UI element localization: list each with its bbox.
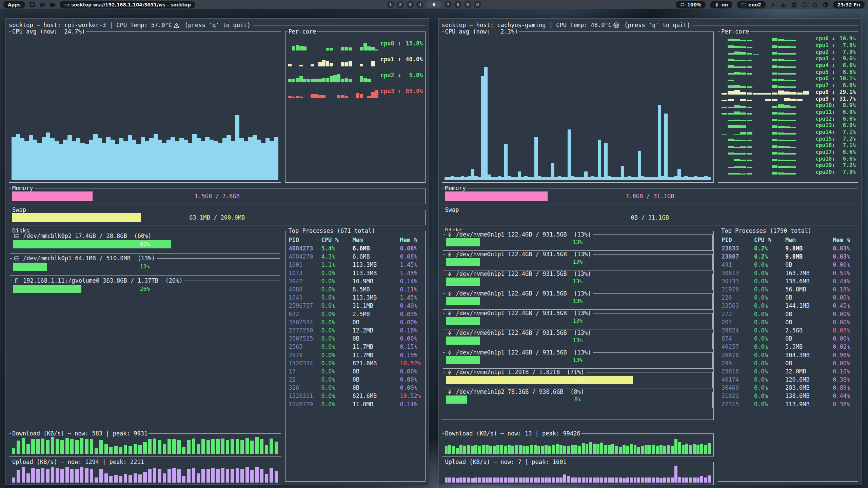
trend-arrow-icon: ↓ xyxy=(832,82,835,88)
disk-icon xyxy=(14,256,20,261)
process-mem: 0B xyxy=(785,319,833,326)
disk-device: /dev/mmcblk0p1 xyxy=(23,255,72,262)
process-row: 491 0.0% 0B 0.00% xyxy=(722,261,856,269)
disk-entry-title: /dev/nvme0n1p1 122.4GB / 931.5GB (13%) xyxy=(445,290,593,297)
core-sparkline xyxy=(722,56,809,61)
process-mem-percent: 0.14% xyxy=(400,401,423,408)
trend-arrow-icon: ↓ xyxy=(832,129,835,135)
workspace-button[interactable]: 4 xyxy=(416,1,423,8)
process-cpu: 0.0% xyxy=(321,392,353,399)
process-row: 299 0.0% 0B 0.00% xyxy=(722,359,856,367)
disk-usage-percent: 13% xyxy=(10,263,280,270)
process-row: 26876 0.0% 304.3MB 0.96% xyxy=(722,351,856,359)
workspace-button[interactable]: 1 xyxy=(387,1,394,8)
core-sparkline xyxy=(722,149,809,155)
process-mem: 56.8MB xyxy=(785,286,833,293)
process-row: 2565 0.0% 11.7MB 0.15% xyxy=(289,343,423,351)
disk-usage-percent: 13% xyxy=(443,318,713,324)
process-mem: 821.6MB xyxy=(353,392,400,399)
disk-device: /dev/nvme2n1p1 xyxy=(456,369,505,375)
workspace-button[interactable]: 2 xyxy=(397,1,404,8)
network-pill[interactable]: eno2 xyxy=(737,1,765,8)
trend-arrow-icon: ↓ xyxy=(832,35,835,42)
disk-usage-percent: 26% xyxy=(10,286,280,292)
process-mem: 0B xyxy=(785,294,833,301)
core-row: cpu9↑31.7% xyxy=(720,95,856,102)
process-row: 39824 0.0% 2.5GB 8.08% xyxy=(722,326,856,334)
clock-pill[interactable]: 23:32 Fri xyxy=(833,1,865,8)
core-row: cpu3↑85.0% xyxy=(288,83,423,99)
swap-panel: Swap 63.1MB / 200.0MB xyxy=(9,210,426,225)
apps-button[interactable]: Apps xyxy=(3,1,25,8)
workspace-button[interactable]: 3 xyxy=(407,1,414,8)
process-mem: 32.0MB xyxy=(785,368,833,375)
disk-entry-title: /dev/nvme0n1p1 122.4GB / 931.5GB (13%) xyxy=(445,329,593,336)
process-cpu: 0.0% xyxy=(321,302,353,309)
folder-icon[interactable] xyxy=(50,2,56,8)
mail-icon[interactable] xyxy=(39,2,45,8)
disk-capacity: 17.4GB / 28.8GB (60%) xyxy=(75,232,151,239)
bell-icon[interactable] xyxy=(802,2,808,8)
process-pid: 2579 xyxy=(289,352,321,359)
core-sparkline xyxy=(288,68,378,82)
process-mem-percent: 0.08% xyxy=(400,245,423,252)
process-mem-percent: 0.18% xyxy=(833,286,856,293)
terminal-right[interactable]: socktop — host: cachyos-gaming | CPU Tem… xyxy=(438,18,862,485)
core-sparkline xyxy=(722,103,809,108)
process-pid: 1520334 xyxy=(289,360,321,367)
process-row: 31023 0.0% 138.6MB 0.44% xyxy=(722,392,856,400)
process-row: 3507534 0.0% 0B 0.00% xyxy=(289,318,423,326)
disk-device: /dev/nvme0n1p1 xyxy=(456,270,505,277)
core-label: cpu1↓7.8% xyxy=(815,42,856,49)
trend-arrow-icon: ↑ xyxy=(398,40,401,47)
process-cpu: 0.0% xyxy=(321,319,353,326)
core-row: cpu2↓7.8% xyxy=(720,48,856,55)
process-mem: 0B xyxy=(785,311,833,318)
power-icon[interactable] xyxy=(812,2,818,8)
title-rule xyxy=(693,25,858,25)
disk-capacity: 363.8GB / 1.37TB (26%) xyxy=(103,277,182,284)
memory-panel: Memory 1.5GB / 7.6GB xyxy=(9,188,426,204)
trend-arrow-icon: ↓ xyxy=(832,122,835,128)
core-row: cpu7↓6.6% xyxy=(720,82,856,89)
bluetooth-pill[interactable]: on xyxy=(710,1,732,8)
core-label: cpu14↓7.1% xyxy=(815,129,856,136)
disk-icon xyxy=(447,232,453,238)
workspace-button[interactable]: 0 xyxy=(474,1,481,8)
usage-history-icon[interactable] xyxy=(823,2,829,8)
core-sparkline xyxy=(722,96,809,101)
core-label: cpu5↓6.6% xyxy=(815,68,856,75)
process-cpu: 0.0% xyxy=(321,360,353,367)
disk-icon xyxy=(447,271,453,277)
process-mem: 138.6MB xyxy=(785,392,833,399)
stats-icon[interactable] xyxy=(781,2,787,8)
workspace-button[interactable]: 9 xyxy=(464,1,471,8)
workspace-button[interactable]: 7 xyxy=(445,1,452,8)
window-icon[interactable] xyxy=(29,2,35,8)
process-mem: 2.5MB xyxy=(353,311,400,318)
trend-arrow-icon: ↓ xyxy=(832,136,835,142)
socktop-title: socktop — host: cachyos-gaming | CPU Tem… xyxy=(442,22,612,28)
process-mem-percent: 0.40% xyxy=(400,302,423,309)
process-cpu: 0.0% xyxy=(754,270,785,277)
terminal-left[interactable]: socktop — host: rpi-worker-3 | CPU Temp:… xyxy=(5,18,429,485)
warning-icon xyxy=(173,22,180,28)
disk-capacity: 78.3GB / 930.6GB (8%) xyxy=(508,388,584,395)
process-mem-percent: 0.45% xyxy=(833,302,856,309)
volume-pill[interactable]: 100% xyxy=(676,1,706,8)
layers-icon[interactable] xyxy=(791,2,797,8)
power-profile-icon[interactable] xyxy=(770,2,776,8)
network-interface: eno2 xyxy=(748,2,761,7)
core-label: cpu11↓6.0% xyxy=(815,109,856,116)
process-mem-percent: 0.00% xyxy=(833,319,856,326)
process-mem: 11.7MB xyxy=(353,343,400,350)
core-label: cpu0↓10.9% xyxy=(815,35,856,42)
workspace-button[interactable]: 8 xyxy=(454,1,461,8)
workspace-button[interactable]: 6 xyxy=(426,1,442,8)
process-row: 25818 0.0% 32.0MB 0.10% xyxy=(722,367,856,375)
process-mem-percent: 0.89% xyxy=(833,384,856,391)
process-pid: 2777250 xyxy=(289,327,321,334)
process-cpu: 1.1% xyxy=(321,261,353,268)
window-title[interactable]: ~: socktop ws://192.168.1.104:3031/ws - … xyxy=(60,1,195,8)
process-cpu: 4.3% xyxy=(321,253,353,260)
